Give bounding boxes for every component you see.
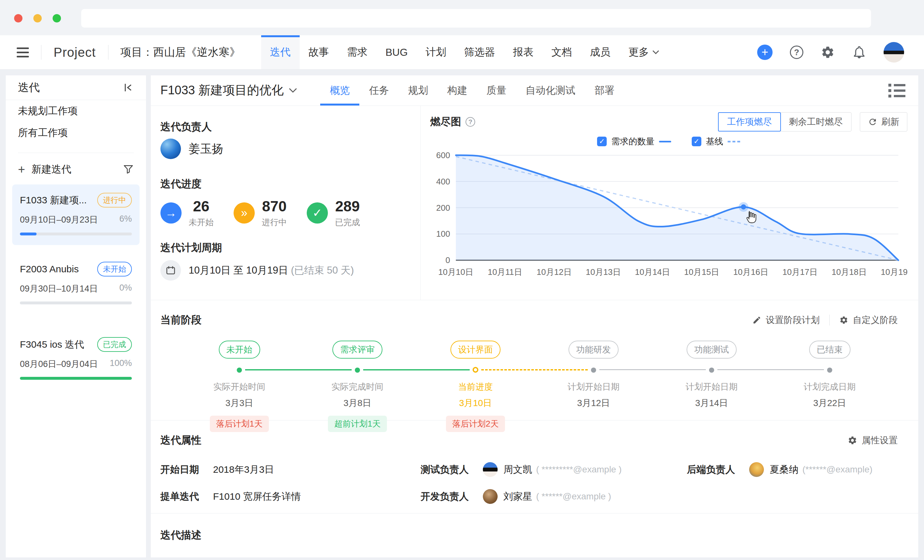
filter-icon[interactable] (123, 164, 134, 175)
new-iteration-button[interactable]: + 新建迭代 (18, 163, 71, 176)
bell-icon[interactable] (852, 45, 866, 59)
burndown-chart: 600400200100010月10日10月11日10月12日10月13日10月… (430, 147, 908, 284)
svg-text:10月10日: 10月10日 (438, 268, 474, 277)
divider (108, 45, 108, 60)
minimize-window-icon[interactable] (33, 14, 42, 22)
owner-heading: 迭代负责人 (160, 120, 420, 133)
sidebar-title: 迭代 (18, 80, 40, 95)
progress-bar (20, 377, 132, 380)
nav-tab-requirement[interactable]: 需求 (338, 35, 376, 69)
status-badge: 未开始 (97, 262, 132, 277)
tab-deploy[interactable]: 部署 (585, 75, 624, 106)
delay-tag: 落后计划2天 (446, 416, 505, 432)
props-settings-button[interactable]: 属性设置 (848, 434, 898, 446)
maximize-window-icon[interactable] (52, 14, 61, 22)
main-panel: F1033 新建项目的优化 概览 任务 规划 构建 质量 自动化测试 部署 迭代… (151, 75, 918, 557)
stage-connector (717, 369, 824, 370)
nav-tab-members[interactable]: 成员 (581, 35, 620, 69)
iteration-card-f2003[interactable]: F2003 Anubis 未开始 09月30日–10月14日 0% (12, 253, 140, 314)
help-icon[interactable]: ? (790, 46, 803, 59)
svg-text:10月15日: 10月15日 (684, 268, 719, 277)
gear-icon[interactable] (821, 45, 835, 59)
prop-backend-owner: 后端负责人 夏桑纳 (******@example) (687, 462, 872, 477)
status-badge: 已完成 (97, 337, 132, 352)
pencil-icon (752, 316, 761, 325)
svg-text:100: 100 (436, 229, 450, 238)
iteration-percent: 6% (119, 214, 132, 226)
iteration-percent: 100% (110, 358, 132, 370)
stage-testing: 功能测试 计划开始日期 3月14日 (652, 341, 771, 432)
help-icon[interactable]: ? (465, 117, 475, 127)
nav-tab-iteration[interactable]: 迭代 (261, 35, 300, 69)
prop-start-date: 开始日期 2018年3月3日 (160, 463, 421, 476)
linked-iteration[interactable]: F1010 宽屏任务详情 (213, 490, 301, 503)
checkbox-checked-icon: ✓ (597, 137, 607, 146)
iteration-dates: 08月06日–09月04日 (20, 358, 98, 370)
stage-dot (709, 368, 714, 373)
legend-series-toggle[interactable]: ✓ 需求的数量 (597, 136, 671, 147)
collapse-sidebar-icon[interactable] (123, 82, 134, 93)
status-badge: 进行中 (97, 193, 132, 208)
iteration-dates: 09月10日–09月23日 (20, 214, 98, 226)
nav-tabs: 迭代 故事 需求 BUG 计划 筛选器 报表 文档 成员 更多 (261, 35, 668, 69)
progress-bar (20, 301, 132, 304)
set-stage-plan-button[interactable]: 设置阶段计划 (752, 314, 820, 326)
tab-overview[interactable]: 概览 (320, 75, 359, 106)
nav-tab-story[interactable]: 故事 (300, 35, 338, 69)
iteration-percent: 0% (119, 283, 132, 295)
nav-tab-more[interactable]: 更多 (620, 35, 668, 69)
tab-auto-test[interactable]: 自动化测试 (516, 75, 585, 106)
refresh-button[interactable]: 刷新 (860, 112, 908, 132)
browser-chrome (0, 0, 924, 35)
sidebar-item-unplanned[interactable]: 未规划工作项 (6, 100, 146, 122)
arrow-right-icon: → (160, 202, 182, 223)
tab-tasks[interactable]: 任务 (359, 75, 399, 106)
stat-in-progress: » 870进行中 (234, 198, 287, 228)
legend-baseline-toggle[interactable]: ✓ 基线 (692, 136, 741, 147)
sidebar-item-all[interactable]: 所有工作项 (6, 122, 146, 144)
nav-tab-filter[interactable]: 筛选器 (455, 35, 504, 69)
hamburger-menu-icon[interactable] (16, 48, 29, 57)
page-title: F1033 新建项目的优化 (160, 82, 284, 99)
address-bar[interactable] (81, 9, 871, 28)
tab-build[interactable]: 构建 (438, 75, 477, 106)
prop-dev-owner: 开发负责人 刘家星 ( ******@example ) (421, 489, 687, 504)
tab-planning[interactable]: 规划 (399, 75, 438, 106)
chart-legend: ✓ 需求的数量 ✓ 基线 (430, 136, 908, 147)
nav-tab-report[interactable]: 报表 (504, 35, 543, 69)
iteration-card-f1033[interactable]: F1033 新建项... 进行中 09月10日–09月23日 6% (12, 184, 140, 245)
stage-timeline: 未开始 实际开始时间 3月3日 落后计划1天 需求评审 实际完成时间 3月8日 … (180, 341, 889, 432)
window-controls (14, 14, 61, 22)
user-avatar[interactable] (884, 42, 904, 63)
svg-text:200: 200 (436, 203, 450, 212)
top-nav: Project 项目：西山居《逆水寒》 迭代 故事 需求 BUG 计划 筛选器 … (0, 35, 924, 70)
toggle-workitem-burndown[interactable]: 工作项燃尽 (718, 112, 781, 132)
nav-tab-bug[interactable]: BUG (376, 35, 417, 69)
custom-stage-button[interactable]: 自定义阶段 (839, 314, 898, 326)
iteration-title: F1033 新建项... (20, 194, 87, 207)
toggle-hours-burndown[interactable]: 剩余工时燃尽 (780, 112, 852, 132)
iteration-title-dropdown[interactable]: F1033 新建项目的优化 (160, 75, 297, 106)
tab-quality[interactable]: 质量 (477, 75, 516, 106)
create-button[interactable]: + (757, 45, 772, 60)
delay-tag: 落后计划1天 (210, 416, 269, 432)
iteration-card-f3045[interactable]: F3045 ios 迭代 已完成 08月06日–09月04日 100% (12, 329, 140, 389)
checkbox-checked-icon: ✓ (692, 137, 701, 146)
avatar (483, 489, 498, 504)
stage-finished: 已结束 计划完成日期 3月22日 (771, 341, 889, 432)
svg-text:10月13日: 10月13日 (586, 268, 621, 277)
svg-text:400: 400 (436, 177, 450, 186)
svg-text:10月12日: 10月12日 (537, 268, 572, 277)
svg-text:10月17日: 10月17日 (783, 268, 818, 277)
project-name[interactable]: 项目：西山居《逆水寒》 (121, 45, 241, 60)
nav-tab-docs[interactable]: 文档 (543, 35, 581, 69)
stage-dot (827, 368, 832, 373)
nav-tab-plan[interactable]: 计划 (417, 35, 455, 69)
check-icon: ✓ (307, 202, 328, 223)
svg-text:10月16日: 10月16日 (734, 268, 769, 277)
list-view-icon[interactable] (888, 84, 905, 97)
close-window-icon[interactable] (14, 14, 22, 22)
svg-text:600: 600 (436, 151, 450, 160)
svg-text:10月19日: 10月19日 (880, 268, 908, 277)
period-heading: 迭代计划周期 (160, 241, 420, 255)
